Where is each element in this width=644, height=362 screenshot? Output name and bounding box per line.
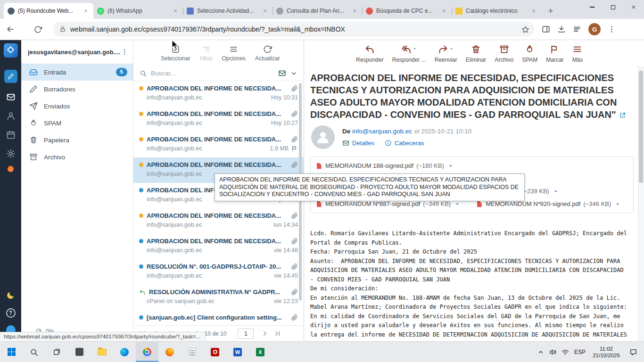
account-menu-icon[interactable] [121,48,128,56]
nav-contacts-icon[interactable] [6,111,16,121]
caret-down-icon[interactable] [447,163,454,169]
caret-down-icon[interactable] [614,201,621,207]
external-link-icon[interactable] [619,112,626,119]
tab-roundcube[interactable]: (5) Roundcube Web... [4,3,93,19]
reply-all-button[interactable]: Responder ... [392,44,426,63]
message-scrollbar-thumb[interactable] [639,71,643,183]
last-page-icon[interactable] [274,330,281,337]
flag-icon[interactable] [291,145,298,152]
tab-catalogo-electronico[interactable]: Catálogo electrónico [452,3,541,19]
start-button[interactable] [0,342,23,362]
message-row[interactable]: APROBACION DEL INFORME DE NECESIDA... in… [133,107,304,132]
message-row[interactable]: APROBACION DEL INFORME DE NECESIDA... in… [133,81,304,107]
message-row[interactable]: RESOLUCIÓN ADMINISTRATIVA N° GADPR... cP… [133,285,304,310]
chevron-down-icon[interactable] [290,70,297,77]
nav-calendar-icon[interactable] [6,130,16,140]
message-row[interactable]: APROBACION DEL INFORME DE NECESIDA... in… [133,234,304,259]
settings-gear-icon[interactable] [6,149,16,158]
spam-button[interactable]: SPAM [522,44,537,63]
attachment-item[interactable]: MEMORANDUM 188-signed.pdf (~180 KB) [315,159,628,172]
taskbar-app-icon-1[interactable] [68,342,91,362]
tab-favicon [366,8,373,15]
nav-mail-icon[interactable] [6,92,16,102]
tab-whatsapp[interactable]: (6) WhatsApp [93,3,183,19]
word-icon[interactable]: W [226,342,249,362]
attachment-item[interactable]: MEMORANDUM Nº887-signed.pdf (~349 KB) [315,200,461,208]
message-row[interactable]: APROBACION DEL INFORME DE NECESIDA... in… [133,132,304,157]
tab-busqueda-cpc[interactable]: Búsqueda de CPC e... [362,3,452,19]
browser-menu-icon[interactable] [608,25,616,33]
side-panel-icon[interactable] [542,25,550,33]
excel-icon[interactable]: X [249,342,272,362]
profile-avatar[interactable]: G [588,23,601,35]
select-button[interactable]: Seleccionar [161,45,190,62]
tab-close-icon[interactable] [530,7,537,15]
details-link[interactable]: Detalles [342,140,374,147]
compose-button[interactable] [4,70,17,83]
network-icon[interactable] [559,348,571,356]
tab-close-icon[interactable] [82,7,90,15]
cpanel-icon[interactable] [8,166,14,172]
attachment-item[interactable]: MEMORANDUM Nº920-signed.pdf (~346 KB) [476,200,621,208]
taskbar-clock[interactable]: 11:02 21/10/2025 [588,346,624,359]
refresh-button[interactable]: Actualizar [255,45,280,62]
dark-mode-moon-icon[interactable] [6,291,15,300]
taskbar-search-icon[interactable] [23,342,45,362]
headers-link[interactable]: Cabeceras [385,140,424,147]
page-number-input[interactable] [238,329,254,339]
tab-consulta-plan[interactable]: Consulta del Plan An... [272,3,362,19]
chrome-icon[interactable] [136,342,158,362]
help-icon[interactable]: ? [6,308,16,318]
reply-button[interactable]: Responder [356,44,384,63]
acrobat-icon[interactable] [204,342,226,362]
reload-icon[interactable] [34,25,42,33]
tab-close-icon[interactable] [440,7,448,15]
reading-list-icon[interactable] [573,25,581,33]
lock-icon[interactable] [59,26,66,33]
bookmark-star-icon[interactable] [521,25,529,33]
tab-close-icon[interactable] [351,7,358,15]
tab-close-icon[interactable] [172,7,179,15]
notepad-icon[interactable] [181,342,204,362]
forward-button[interactable]: Reenviar [435,44,457,63]
download-icon[interactable] [557,25,566,33]
sidebar-item-archivo[interactable]: Archivo [21,148,133,165]
address-bar[interactable]: webmail.sanjuan.gob.ec/cpsess9740179367/… [53,22,534,37]
tab-close-icon[interactable] [261,7,269,15]
search-input[interactable] [151,70,274,77]
sidebar-item-enviados[interactable]: Enviados [21,98,133,115]
delete-button[interactable]: Eliminar [466,44,486,63]
task-view-icon[interactable] [45,342,68,362]
tab-seleccione-actividad[interactable]: Seleccione Actividad... [183,3,272,19]
back-icon[interactable] [6,25,15,34]
caret-down-icon[interactable] [553,188,559,195]
sidebar-item-spam[interactable]: SPAM [21,115,133,132]
edge-icon[interactable] [113,342,136,362]
mark-button[interactable]: Marcar [546,44,563,63]
options-button[interactable]: Opciones [222,45,246,62]
next-page-icon[interactable] [261,330,268,337]
action-center-icon[interactable] [624,348,642,356]
message-row[interactable]: [sanjuan.gob.ec] Client configuration se… [133,310,304,325]
language-indicator[interactable]: ESP [571,349,588,355]
new-tab-button[interactable] [544,4,557,17]
envelope-icon[interactable] [278,69,286,77]
maximize-button[interactable] [603,0,623,14]
message-row[interactable]: APROBACION DEL INFORME DE NECESIDA... in… [133,208,304,234]
message-scrollbar-track[interactable] [638,66,644,341]
firefox-icon[interactable] [158,342,181,362]
close-window-button[interactable] [623,0,644,14]
hidden-icons-chevron[interactable] [535,349,547,355]
caret-down-icon[interactable] [454,201,461,207]
more-button[interactable]: Más [572,44,583,63]
sidebar-item-borradores[interactable]: Borradores [21,81,133,98]
threads-button[interactable]: Hilos [200,45,213,62]
message-row[interactable]: RESOLUCIÓN N°. 001-GADPRSJ-LOTAIP- 20...… [133,259,304,285]
archive-button[interactable]: Archivo [495,44,513,63]
sender-address[interactable]: info@sanjuan.gob.ec [352,128,412,135]
minimize-button[interactable] [582,0,603,14]
sidebar-item-papelera[interactable]: Papelera [21,132,133,148]
sidebar-item-entrada[interactable]: Entrada 5 [21,64,133,81]
volume-icon[interactable] [547,348,559,356]
file-explorer-icon[interactable] [91,342,113,362]
